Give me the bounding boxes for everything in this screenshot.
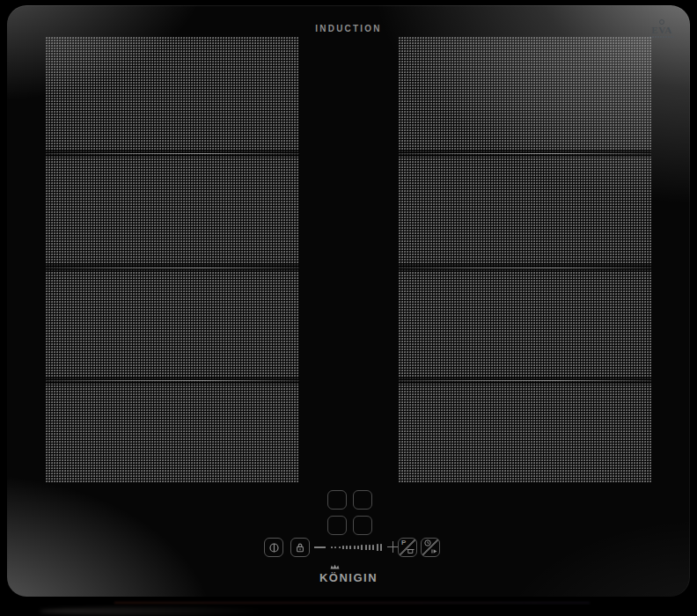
power-level-dot[interactable] [365,545,367,550]
zone-select-button[interactable] [327,490,347,510]
pan-icon [407,548,415,554]
cooking-zone-right[interactable] [399,37,651,482]
power-level-dot[interactable] [349,546,351,549]
zone-select-button[interactable] [353,490,372,510]
zone-divider [399,150,651,157]
zone-select-group [327,490,372,535]
bottom-edge-reflection [114,602,590,604]
induction-label: INDUCTION [7,24,690,33]
power-level-dot[interactable] [357,546,359,550]
logo-text: EVA [645,26,679,34]
power-icon [268,542,280,554]
product-photo: INDUCTION EVA [0,0,697,616]
cooking-zone-left[interactable] [46,37,299,482]
power-level-dot[interactable] [354,546,356,550]
power-level-dot[interactable] [372,545,374,551]
zone-divider [46,377,299,384]
power-level-dot[interactable] [331,546,333,548]
clock-icon [424,539,431,546]
floor-reflection [40,607,260,615]
zone-divider [46,150,299,157]
power-button[interactable] [264,538,283,557]
zone-divider [399,264,651,271]
lock-icon [295,542,305,554]
crown-icon [330,564,340,569]
zone-divider [399,377,651,384]
play-icon [431,548,437,554]
zone-select-button[interactable] [353,516,372,535]
power-level-dot[interactable] [377,544,378,550]
power-level-dot[interactable] [342,546,344,548]
control-panel: P [7,538,690,559]
timer-button[interactable] [421,538,440,557]
logo-tagline-bar [649,36,674,38]
power-level-slider[interactable] [331,538,384,557]
zone-divider [46,264,299,271]
power-level-dot[interactable] [361,545,363,549]
brand-logo: KÖNIGIN [7,569,690,585]
cooktop-surface: INDUCTION EVA [7,5,690,597]
booster-p-label: P [401,539,406,546]
certification-logo: EVA [645,19,679,38]
child-lock-button[interactable] [290,538,310,557]
zone-select-button[interactable] [327,516,347,535]
power-level-dot[interactable] [380,544,382,550]
power-level-dot[interactable] [334,546,336,548]
brand-name: KÖNIGIN [319,571,378,584]
power-level-dot[interactable] [369,545,371,550]
power-level-dot[interactable] [339,546,341,549]
power-level-dot[interactable] [346,546,348,549]
booster-button[interactable]: P [398,538,417,557]
power-decrease-icon[interactable] [314,546,326,548]
